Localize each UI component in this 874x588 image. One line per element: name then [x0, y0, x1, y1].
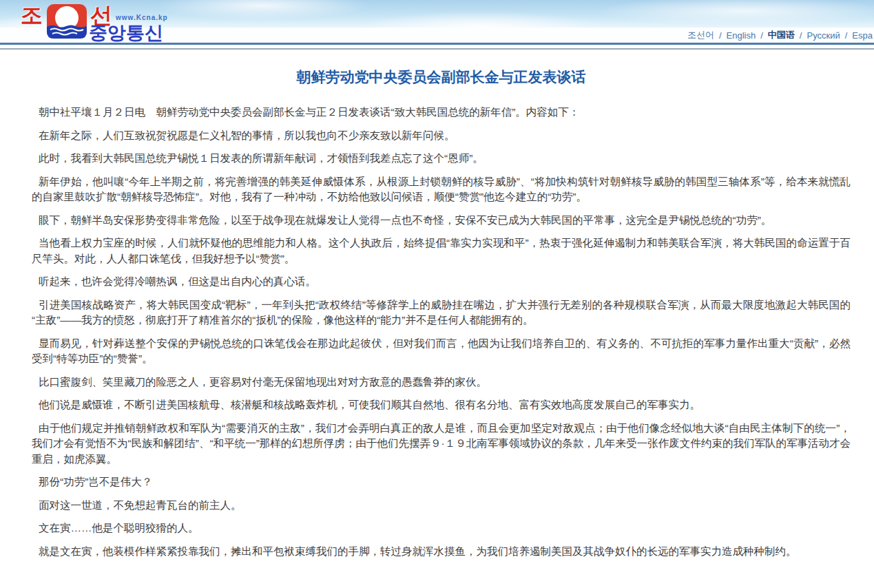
- article-paragraph: 当他看上权力宝座的时候，人们就怀疑他的思维能力和人格。这个人执政后，始终提倡“靠…: [32, 235, 851, 266]
- sun-water-emblem-icon: [46, 3, 87, 39]
- language-link-russian[interactable]: Русский: [807, 30, 840, 41]
- kcna-logo[interactable]: 조 선 www.Kcna.kp 중앙통신: [21, 3, 179, 43]
- article-paragraph: 此时，我看到大韩民国总统尹锡悦１日发表的所谓新年献词，才领悟到我差点忘了这个“恩…: [32, 151, 851, 167]
- language-link-chinese[interactable]: 中国语: [768, 29, 795, 41]
- article-paragraph: 引进美国核战略资产，将大韩民国变成“靶标”，一年到头把“政权终结”等修辞学上的威…: [32, 297, 851, 328]
- article-paragraph: 面对这一世道，不免想起青瓦台的前主人。: [32, 498, 851, 514]
- language-separator: /: [800, 30, 802, 41]
- article-paragraph: 在新年之际，人们互致祝贺祝愿是仁义礼智的事情，所以我也向不少亲友致以新年问候。: [32, 128, 851, 144]
- article-paragraph: 显而易见，针对葬送整个安保的尹锡悦总统的口诛笔伐会在那边此起彼伏，但对我们而言，…: [32, 336, 851, 367]
- kcna-webpage: 조 선 www.Kcna.kp 중앙통신 조선어/English/中国语/Рус…: [0, 0, 874, 588]
- article-paragraph: 朝中社平壤１月２日电 朝鲜劳动党中央委员会副部长金与正２日发表谈话“致大韩民国总…: [32, 105, 851, 120]
- logo-title-text: 중앙통신: [89, 21, 163, 45]
- language-link-english[interactable]: English: [727, 30, 756, 41]
- language-link-korean[interactable]: 조선어: [687, 29, 714, 41]
- article-paragraph: 听起来，也许会觉得冷嘲热讽，但这是出自内心的真心话。: [32, 274, 851, 290]
- article-paragraph: 由于他们规定并推销朝鲜政权和军队为“需要消灭的主敌”，我们才会弄明白真正的敌人是…: [32, 421, 851, 468]
- article-container: 朝鲜劳动党中央委员会副部长金与正发表谈话 朝中社平壤１月２日电 朝鲜劳动党中央委…: [0, 50, 874, 559]
- language-separator: /: [719, 30, 722, 41]
- article-paragraph: 那份“功劳”岂不是伟大？: [32, 474, 851, 490]
- language-separator: /: [760, 30, 763, 41]
- logo-char-jo: 조: [21, 1, 43, 31]
- article-paragraph: 眼下，朝鲜半岛安保形势变得非常危险，以至于战争现在就爆发让人觉得一点也不奇怪，安…: [32, 213, 851, 229]
- article-paragraph: 他们说是威慑谁，不断引进美国核航母、核潜艇和核战略轰炸机，可使我们顺其自然地、很…: [32, 397, 851, 413]
- language-separator: /: [845, 30, 848, 41]
- language-link-spanish[interactable]: Espa: [852, 30, 873, 41]
- article-title: 朝鲜劳动党中央委员会副部长金与正发表谈话: [32, 67, 851, 87]
- article-paragraph: 就是文在寅，他装模作样紧紧投靠我们，摊出和平包袱束缚我们的手脚，转过身就浑水摸鱼…: [32, 544, 851, 560]
- article-body: 朝中社平壤１月２日电 朝鲜劳动党中央委员会副部长金与正２日发表谈话“致大韩民国总…: [32, 105, 851, 559]
- article-paragraph: 比口蜜腹剑、笑里藏刀的险恶之人，更容易对付毫无保留地现出对对方敌意的愚蠢鲁莽的家…: [32, 375, 851, 390]
- article-paragraph: 新年伊始，他叫嚷“今年上半期之前，将完善增强的韩美延伸威慑体系，从根源上封锁朝鲜…: [32, 174, 851, 205]
- article-paragraph: 文在寅……他是个聪明狡猾的人。: [32, 521, 851, 536]
